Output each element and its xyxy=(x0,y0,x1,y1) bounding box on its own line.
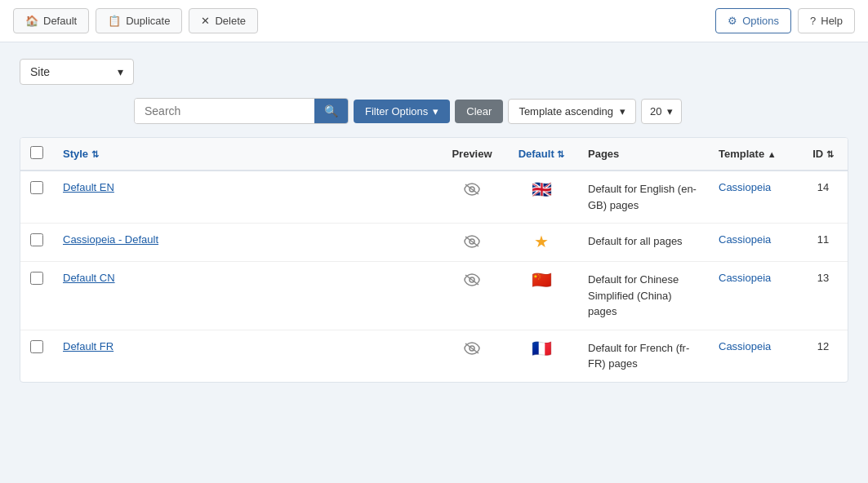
toolbar: 🏠 Default 📋 Duplicate ✕ Delete ⚙ Options… xyxy=(0,0,868,42)
row-preview-cell xyxy=(439,224,505,262)
preview-icon xyxy=(463,238,481,250)
col-header-default[interactable]: Default ⇅ xyxy=(505,138,578,171)
col-header-template[interactable]: Template ▲ xyxy=(709,138,799,171)
table-row: Cassiopeia - Default ★ Default for all p… xyxy=(20,224,848,262)
row-style-cell: Default FR xyxy=(53,330,439,382)
table-row: Default CN 🇨🇳 Default for Chinese Simpli… xyxy=(20,262,848,330)
sort-dropdown[interactable]: Template ascending ▾ xyxy=(508,99,636,124)
row-style-cell: Cassiopeia - Default xyxy=(53,224,439,262)
row-checkbox[interactable] xyxy=(30,233,43,246)
search-button[interactable]: 🔍 xyxy=(314,99,348,123)
options-label: Options xyxy=(742,15,779,27)
gear-icon: ⚙ xyxy=(728,15,737,27)
chevron-down-icon: ▾ xyxy=(667,105,673,117)
row-template-cell: Cassiopeia xyxy=(709,330,799,382)
row-checkbox[interactable] xyxy=(30,181,43,194)
row-default-cell: 🇫🇷 xyxy=(505,330,578,382)
row-pages-cell: Default for all pages xyxy=(578,224,709,262)
row-default-cell: 🇬🇧 xyxy=(505,171,578,224)
search-icon: 🔍 xyxy=(324,104,338,117)
row-pages-cell: Default for English (en-GB) pages xyxy=(578,171,709,224)
row-template-cell: Cassiopeia xyxy=(709,171,799,224)
row-checkbox-cell xyxy=(20,171,53,224)
search-input[interactable] xyxy=(135,99,314,123)
row-checkbox[interactable] xyxy=(30,340,43,353)
preview-icon xyxy=(463,186,481,198)
row-id-cell: 14 xyxy=(799,171,848,224)
col-header-pages: Pages xyxy=(578,138,709,171)
content-area: Site ▾ 🔍 Filter Options ▾ Clear Template… xyxy=(0,42,868,399)
row-id-cell: 12 xyxy=(799,330,848,382)
template-link[interactable]: Cassiopeia xyxy=(719,233,771,246)
duplicate-button[interactable]: 📋 Duplicate xyxy=(96,8,182,33)
template-link[interactable]: Cassiopeia xyxy=(719,272,771,284)
row-default-cell: 🇨🇳 xyxy=(505,262,578,330)
row-preview-cell xyxy=(439,330,505,382)
delete-button[interactable]: ✕ Delete xyxy=(189,8,258,33)
col-header-preview: Preview xyxy=(439,138,505,171)
row-checkbox-cell xyxy=(20,262,53,330)
template-link[interactable]: Cassiopeia xyxy=(719,340,771,352)
sort-icon-default: ⇅ xyxy=(557,149,564,159)
col-header-style[interactable]: Style ⇅ xyxy=(53,138,439,171)
count-value: 20 xyxy=(650,105,661,117)
col-header-id[interactable]: ID ⇅ xyxy=(799,138,848,171)
site-label: Site xyxy=(30,65,50,78)
select-all-checkbox[interactable] xyxy=(30,146,43,159)
help-button[interactable]: ? Help xyxy=(798,8,855,33)
chevron-down-icon: ▾ xyxy=(620,105,625,117)
filter-options-label: Filter Options xyxy=(365,105,428,117)
clear-label: Clear xyxy=(466,105,492,117)
style-link[interactable]: Cassiopeia - Default xyxy=(63,233,158,246)
styles-table-wrapper: Style ⇅ Preview Default ⇅ Pages Template… xyxy=(20,137,848,383)
filter-options-button[interactable]: Filter Options ▾ xyxy=(354,100,450,123)
default-label: Default xyxy=(43,15,77,27)
default-button[interactable]: 🏠 Default xyxy=(13,8,89,33)
row-checkbox-cell xyxy=(20,330,53,382)
select-all-col xyxy=(20,138,53,171)
row-checkbox-cell xyxy=(20,224,53,262)
table-header-row: Style ⇅ Preview Default ⇅ Pages Template… xyxy=(20,138,848,171)
help-label: Help xyxy=(821,15,843,27)
style-link[interactable]: Default EN xyxy=(63,181,114,193)
count-dropdown[interactable]: 20 ▾ xyxy=(641,99,681,124)
options-button[interactable]: ⚙ Options xyxy=(715,8,791,33)
site-dropdown[interactable]: Site ▾ xyxy=(20,59,134,85)
row-default-cell: ★ xyxy=(505,224,578,262)
home-icon: 🏠 xyxy=(25,15,38,27)
style-link[interactable]: Default FR xyxy=(63,340,114,352)
row-pages-cell: Default for Chinese Simplified (China) p… xyxy=(578,262,709,330)
preview-icon xyxy=(463,345,481,357)
sort-label: Template ascending xyxy=(519,105,613,117)
search-wrapper: 🔍 xyxy=(134,98,349,124)
row-preview-cell xyxy=(439,171,505,224)
filter-bar: 🔍 Filter Options ▾ Clear Template ascend… xyxy=(134,98,848,124)
preview-icon xyxy=(463,277,481,289)
clear-button[interactable]: Clear xyxy=(455,100,503,123)
row-pages-cell: Default for French (fr-FR) pages xyxy=(578,330,709,382)
table-row: Default EN 🇬🇧 Default for English (en-GB… xyxy=(20,171,848,224)
delete-label: Delete xyxy=(215,15,246,27)
sort-icon-template: ▲ xyxy=(768,149,777,159)
row-style-cell: Default CN xyxy=(53,262,439,330)
row-style-cell: Default EN xyxy=(53,171,439,224)
chevron-down-icon: ▾ xyxy=(118,65,123,78)
chevron-down-icon: ▾ xyxy=(433,105,438,117)
template-link[interactable]: Cassiopeia xyxy=(719,181,771,193)
duplicate-icon: 📋 xyxy=(108,15,121,27)
sort-icon-style: ⇅ xyxy=(91,149,99,159)
styles-table: Style ⇅ Preview Default ⇅ Pages Template… xyxy=(20,138,848,382)
table-row: Default FR 🇫🇷 Default for French (fr-FR)… xyxy=(20,330,848,382)
row-checkbox[interactable] xyxy=(30,272,43,285)
row-id-cell: 11 xyxy=(799,224,848,262)
help-icon: ? xyxy=(810,15,816,27)
delete-icon: ✕ xyxy=(201,15,210,27)
sort-icon-id: ⇅ xyxy=(826,149,834,159)
row-preview-cell xyxy=(439,262,505,330)
row-id-cell: 13 xyxy=(799,262,848,330)
duplicate-label: Duplicate xyxy=(126,15,170,27)
style-link[interactable]: Default CN xyxy=(63,272,115,284)
row-template-cell: Cassiopeia xyxy=(709,224,799,262)
row-template-cell: Cassiopeia xyxy=(709,262,799,330)
